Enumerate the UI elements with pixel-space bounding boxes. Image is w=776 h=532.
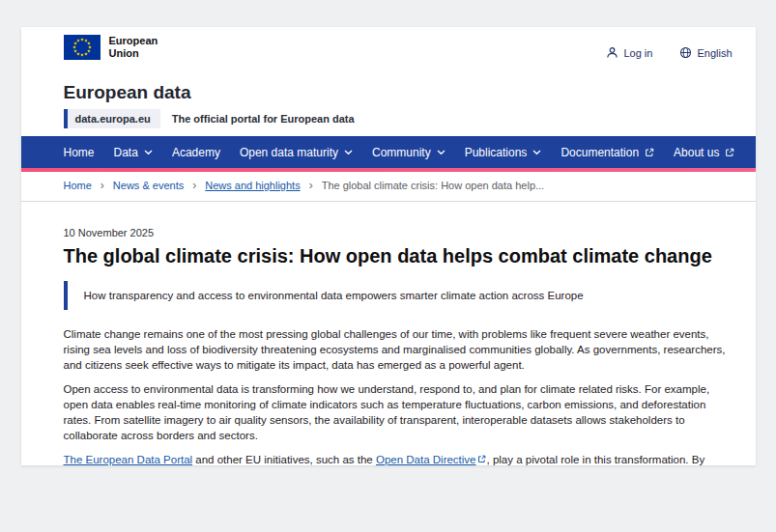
breadcrumb-separator: › xyxy=(101,181,104,191)
breadcrumb-separator: › xyxy=(309,181,313,191)
breadcrumb-news-highlights[interactable]: News and highlights xyxy=(205,180,300,191)
breadcrumb-news-events[interactable]: News & events xyxy=(113,180,184,191)
external-link-icon xyxy=(645,148,654,157)
article-main: 10 November 2025 The global climate cris… xyxy=(21,202,756,465)
eu-brand: European Union xyxy=(64,35,158,60)
nav-item-academy[interactable]: Academy xyxy=(162,136,230,168)
breadcrumb-home[interactable]: Home xyxy=(64,180,92,191)
open-data-directive-link[interactable]: Open Data Directive xyxy=(376,454,476,465)
eu-flag-icon xyxy=(64,35,101,60)
site-page-card: European Union Log in English xyxy=(21,27,756,465)
chevron-down-icon xyxy=(437,150,445,155)
breadcrumb-separator: › xyxy=(192,181,196,191)
nav-item-data[interactable]: Data xyxy=(104,136,162,168)
external-link-icon xyxy=(477,452,486,465)
top-header: European Union Log in English xyxy=(21,27,756,60)
eu-brand-name: European Union xyxy=(109,35,158,60)
breadcrumb: Home › News & events › News and highligh… xyxy=(21,172,756,201)
nav-item-community[interactable]: Community xyxy=(362,136,455,168)
article-paragraph-2: Open access to environmental data is tra… xyxy=(64,381,733,443)
header-actions: Log in English xyxy=(606,46,732,59)
language-selector[interactable]: English xyxy=(679,46,732,59)
portal-row: data.europa.eu The official portal for E… xyxy=(64,109,756,128)
globe-icon xyxy=(679,46,692,59)
language-label: English xyxy=(697,47,732,59)
chevron-down-icon xyxy=(532,150,541,155)
nav-item-publications[interactable]: Publications xyxy=(455,136,552,168)
eu-brand-line1: European xyxy=(109,35,158,47)
nav-item-about-us[interactable]: About us xyxy=(664,136,744,168)
article-paragraph-3: The European Data Portal and other EU in… xyxy=(64,452,733,465)
site-title: European data xyxy=(64,82,756,103)
breadcrumb-current-page: The global climate crisis: How open data… xyxy=(322,180,545,191)
main-nav: Home Data Academy Open data maturity Com… xyxy=(21,136,756,168)
portal-tagline: The official portal for European data xyxy=(172,113,355,125)
eu-brand-line2: Union xyxy=(109,47,158,60)
portal-badge: data.europa.eu xyxy=(64,109,160,128)
article-date: 10 November 2025 xyxy=(64,227,733,238)
european-data-portal-link[interactable]: The European Data Portal xyxy=(64,454,193,465)
external-link-icon xyxy=(725,148,734,157)
chevron-down-icon xyxy=(144,150,153,155)
login-label: Log in xyxy=(623,47,652,59)
article-lead-quote: How transparency and access to environme… xyxy=(64,281,733,310)
nav-item-open-data-maturity[interactable]: Open data maturity xyxy=(230,136,362,168)
login-link[interactable]: Log in xyxy=(606,46,652,59)
chevron-down-icon xyxy=(344,150,353,155)
nav-item-documentation[interactable]: Documentation xyxy=(551,136,664,168)
article-title: The global climate crisis: How open data… xyxy=(64,244,733,267)
article-paragraph-1: Climate change remains one of the most p… xyxy=(64,326,733,373)
article-lead-text: How transparency and access to environme… xyxy=(84,290,584,301)
user-icon xyxy=(606,46,618,59)
nav-item-home[interactable]: Home xyxy=(54,136,104,168)
